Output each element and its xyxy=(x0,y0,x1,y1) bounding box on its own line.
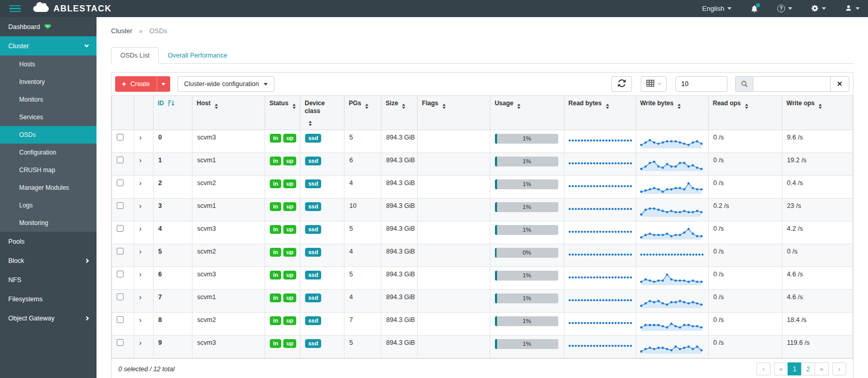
sidebar-item-crush-map[interactable]: CRUSH map xyxy=(0,161,97,179)
cell-size: 894.3 GiB xyxy=(381,244,418,267)
column-header-size[interactable]: Size xyxy=(381,96,418,130)
column-header-write-ops[interactable]: Write ops xyxy=(782,96,852,130)
row-checkbox[interactable] xyxy=(117,179,123,186)
usage-bar: 1% xyxy=(495,271,558,281)
page-next[interactable]: › xyxy=(832,362,846,375)
expand-row-button[interactable]: › xyxy=(139,316,142,323)
clear-search-button[interactable]: × xyxy=(831,76,849,92)
column-header-read-bytes[interactable]: Read bytes xyxy=(564,96,636,130)
expand-row-button[interactable]: › xyxy=(139,339,142,346)
row-expand-cell: › xyxy=(134,176,154,199)
row-checkbox[interactable] xyxy=(117,339,123,346)
sort-down-icon xyxy=(606,107,609,109)
settings-menu[interactable] xyxy=(811,4,826,13)
row-checkbox[interactable] xyxy=(117,157,123,163)
cell-read-bytes xyxy=(564,244,636,267)
expand-header xyxy=(134,96,154,130)
page-last[interactable]: » xyxy=(815,362,829,375)
cell-size: 894.3 GiB xyxy=(381,221,418,244)
column-header-host[interactable]: Host xyxy=(192,96,265,130)
sidebar-item-block[interactable]: Block xyxy=(0,251,97,270)
sort-icon xyxy=(517,104,520,109)
column-header-id[interactable]: ID xyxy=(154,96,192,130)
row-checkbox[interactable] xyxy=(117,202,123,209)
page-prev[interactable]: ‹ xyxy=(756,362,770,375)
column-header-device-class[interactable]: Device class xyxy=(300,96,345,130)
sidebar-item-monitors[interactable]: Monitors xyxy=(0,91,97,108)
cell-host: scvm1 xyxy=(192,153,265,176)
notifications-button[interactable] xyxy=(750,5,759,13)
column-toggle-dropdown[interactable] xyxy=(641,76,667,92)
expand-row-button[interactable]: › xyxy=(139,293,142,300)
sidebar-item-nfs[interactable]: NFS xyxy=(0,270,97,289)
expand-row-button[interactable]: › xyxy=(139,271,142,277)
sidebar-item-configuration[interactable]: Configuration xyxy=(0,144,97,161)
expand-row-button[interactable]: › xyxy=(139,134,142,141)
cluster-wide-config-dropdown[interactable]: Cluster-wide configuration xyxy=(177,76,275,92)
create-button[interactable]: + Create xyxy=(115,76,170,92)
cell-read-bytes xyxy=(564,199,636,221)
device-class-badge: ssd xyxy=(305,248,321,257)
expand-row-button[interactable]: › xyxy=(139,202,142,209)
tab-osds-list[interactable]: OSDs List xyxy=(111,47,159,64)
cell-read-ops: 0 /s xyxy=(708,221,782,244)
tab-overall-performance[interactable]: Overall Performance xyxy=(159,48,236,63)
row-checkbox[interactable] xyxy=(117,248,123,255)
row-checkbox[interactable] xyxy=(117,225,123,232)
language-menu[interactable]: English xyxy=(702,5,732,12)
cell-flags xyxy=(418,199,490,221)
sidebar-item-monitoring[interactable]: Monitoring xyxy=(0,214,97,232)
column-header-read-ops[interactable]: Read ops xyxy=(708,96,782,130)
cell-flags xyxy=(418,153,490,176)
column-header-pgs[interactable]: PGs xyxy=(345,96,381,130)
search-input[interactable] xyxy=(753,76,831,92)
cell-usage: 1% xyxy=(490,221,564,244)
row-checkbox[interactable] xyxy=(117,293,123,300)
status-badge-in: in xyxy=(270,316,281,325)
column-header-write-bytes[interactable]: Write bytes xyxy=(636,96,708,130)
expand-row-button[interactable]: › xyxy=(139,248,142,255)
help-menu[interactable]: ? xyxy=(777,5,792,12)
column-header-status[interactable]: Status xyxy=(265,96,300,130)
page-2[interactable]: 2 xyxy=(801,362,815,375)
brand-logo[interactable]: ABLESTACK xyxy=(33,4,112,13)
usage-bar: 1% xyxy=(495,179,558,189)
sidebar-item-object-gateway[interactable]: Object Gateway xyxy=(0,309,97,328)
row-checkbox[interactable] xyxy=(117,134,123,141)
page-1[interactable]: 1 xyxy=(788,362,802,375)
cell-host: scvm1 xyxy=(192,290,265,313)
expand-row-button[interactable]: › xyxy=(139,179,142,186)
sidebar-item-osds[interactable]: OSDs xyxy=(0,126,97,144)
refresh-button[interactable] xyxy=(611,76,632,92)
sidebar-item-inventory[interactable]: Inventory xyxy=(0,73,97,91)
cell-status: inup xyxy=(265,244,300,267)
sidebar-item-logs[interactable]: Logs xyxy=(0,197,97,214)
main-content: Cluster » OSDs OSDs List Overall Perform… xyxy=(97,17,868,378)
row-checkbox[interactable] xyxy=(117,316,123,323)
breadcrumb-cluster[interactable]: Cluster xyxy=(111,27,132,35)
sidebar-item-filesystems[interactable]: Filesystems xyxy=(0,289,97,309)
sidebar-item-pools[interactable]: Pools xyxy=(0,232,97,251)
column-header-flags[interactable]: Flags xyxy=(418,96,490,130)
sidebar-item-dashboard[interactable]: Dashboard xyxy=(0,17,97,36)
page-first[interactable]: « xyxy=(774,362,788,375)
sidebar-item-hosts[interactable]: Hosts xyxy=(0,55,97,73)
page-size-input[interactable] xyxy=(676,76,727,92)
sort-icon xyxy=(215,104,218,109)
table-row: ›9scvm3inupssd5894.3 GiB1%0 /s119.6 /s xyxy=(112,335,853,358)
expand-row-button[interactable]: › xyxy=(139,225,142,232)
sort-up-icon xyxy=(215,104,218,106)
sidebar-item-services[interactable]: Services xyxy=(0,108,97,126)
status-badge-in: in xyxy=(270,293,281,302)
column-header-usage[interactable]: Usage xyxy=(490,96,564,130)
row-expand-cell: › xyxy=(134,290,154,313)
menu-toggle-button[interactable] xyxy=(9,5,21,12)
sidebar-item-manager-modules[interactable]: Manager Modules xyxy=(0,179,97,197)
row-checkbox[interactable] xyxy=(117,271,123,277)
user-menu[interactable] xyxy=(845,4,860,13)
sidebar-item-cluster[interactable]: Cluster xyxy=(0,36,97,55)
sidebar-item-label: CRUSH map xyxy=(19,166,55,174)
create-dropdown-toggle[interactable] xyxy=(157,76,170,92)
cell-pgs: 4 xyxy=(345,290,381,313)
expand-row-button[interactable]: › xyxy=(139,157,142,163)
